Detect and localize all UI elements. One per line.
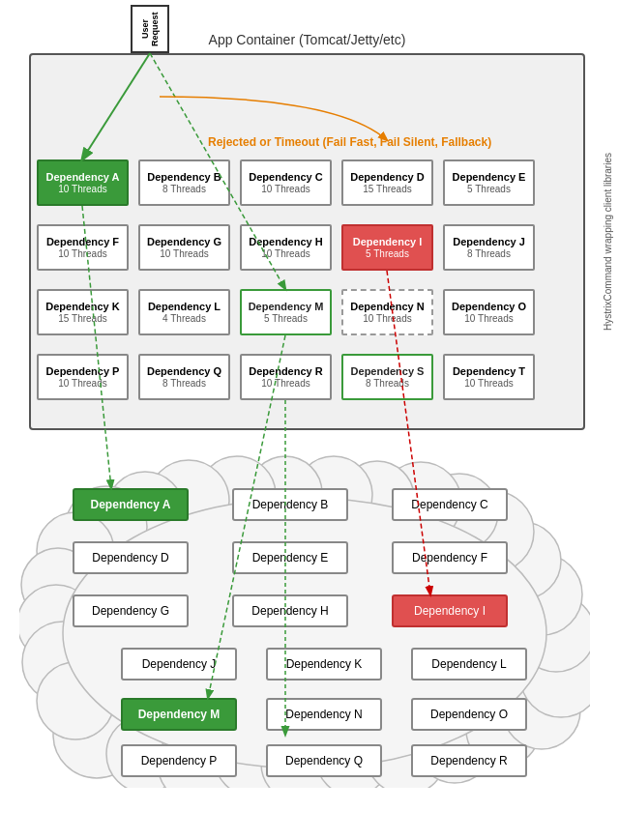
cloud-dep-G: Dependency G <box>73 594 189 627</box>
cloud-dep-R: Dependency R <box>411 744 527 777</box>
cloud-dep-K: Dependency K <box>266 648 382 681</box>
cloud-dep-N: Dependency N <box>266 698 382 731</box>
dep-box-H: Dependency H 10 Threads <box>240 224 332 271</box>
dep-box-N: Dependency N 10 Threads <box>341 289 433 335</box>
dep-box-O: Dependency O 10 Threads <box>443 289 535 335</box>
cloud-dep-I: Dependency I <box>392 594 508 627</box>
dep-box-S: Dependency S 8 Threads <box>341 354 433 400</box>
dep-box-F: Dependency F 10 Threads <box>37 224 129 271</box>
user-request-box: User Request <box>131 5 169 53</box>
cloud-dep-B: Dependency B <box>232 488 348 521</box>
cloud-dep-H: Dependency H <box>232 594 348 627</box>
app-container-label: App Container (Tomcat/Jetty/etc) <box>209 32 406 47</box>
cloud-dep-C: Dependency C <box>392 488 508 521</box>
dep-box-C: Dependency C 10 Threads <box>240 159 332 206</box>
dep-box-T: Dependency T 10 Threads <box>443 354 535 400</box>
dep-box-B: Dependency B 8 Threads <box>138 159 230 206</box>
dep-box-Q: Dependency Q 8 Threads <box>138 354 230 400</box>
cloud-dep-D: Dependency D <box>73 541 189 574</box>
dep-box-G: Dependency G 10 Threads <box>138 224 230 271</box>
cloud-dep-M: Dependency M <box>121 698 237 731</box>
dep-box-A: Dependency A 10 Threads <box>37 159 129 206</box>
dep-box-P: Dependency P 10 Threads <box>37 354 129 400</box>
dep-box-K: Dependency K 15 Threads <box>37 289 129 335</box>
cloud-dep-F: Dependency F <box>392 541 508 574</box>
cloud-dep-Q: Dependency Q <box>266 744 382 777</box>
cloud-dep-J: Dependency J <box>121 648 237 681</box>
cloud-dep-A: Dependency A <box>73 488 189 521</box>
hystrix-label: HystrixCommand wrapping client libraries <box>598 53 617 430</box>
cloud-dep-L: Dependency L <box>411 648 527 681</box>
dep-box-D: Dependency D 15 Threads <box>341 159 433 206</box>
dep-box-L: Dependency L 4 Threads <box>138 289 230 335</box>
dep-box-J: Dependency J 8 Threads <box>443 224 535 271</box>
cloud-area: Dependency A Dependency B Dependency C D… <box>19 454 590 788</box>
dep-box-I: Dependency I 5 Threads <box>341 224 433 271</box>
cloud-dep-E: Dependency E <box>232 541 348 574</box>
dep-box-M: Dependency M 5 Threads <box>240 289 332 335</box>
cloud-dep-P: Dependency P <box>121 744 237 777</box>
dep-box-E: Dependency E 5 Threads <box>443 159 535 206</box>
dep-box-R: Dependency R 10 Threads <box>240 354 332 400</box>
cloud-dep-O: Dependency O <box>411 698 527 731</box>
rejected-label: Rejected or Timeout (Fail Fast, Fail Sil… <box>208 135 491 149</box>
